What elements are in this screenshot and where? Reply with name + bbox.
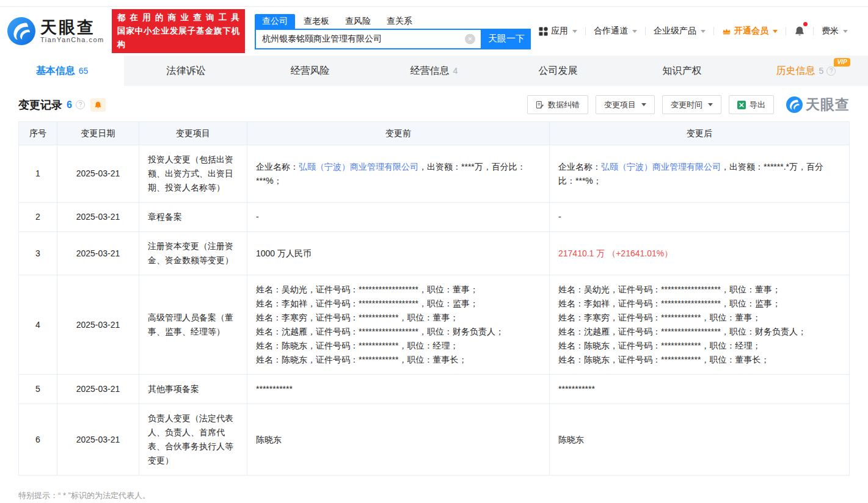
change-line: 姓名：李如祥，证件号码：******************，职位：监事；	[558, 297, 841, 311]
search-box: ✕	[255, 29, 482, 49]
button-label: 导出	[749, 100, 765, 110]
col-header-date: 变更日期	[57, 122, 139, 145]
text-segment: 姓名：陈晓东，证件号码：************，职位：经理；	[256, 341, 458, 350]
cell-before: ***********	[247, 375, 550, 404]
change-line: 姓名：吴幼光，证件号码：******************，职位：董事；	[558, 283, 841, 297]
tab-company-development[interactable]: 公司发展	[496, 56, 620, 86]
top-divider	[0, 0, 868, 7]
top-nav: 应用合作通道企业级产品开通会员费米	[531, 26, 856, 37]
chevron-down-icon	[708, 103, 713, 106]
company-link[interactable]: 弘颐（宁波）商业管理有限公司	[601, 162, 721, 172]
tab-intellectual-property[interactable]: 知识产权	[620, 56, 744, 86]
button-filter-change-item[interactable]: 变更项目	[596, 95, 655, 114]
nav-item-label: 应用	[551, 26, 568, 37]
tab-basic-info[interactable]: 基本信息65	[0, 56, 124, 86]
notification-bell-button[interactable]	[786, 26, 813, 37]
grid-icon	[539, 27, 548, 36]
text-segment: 姓名：李寒穷，证件号码：************，职位：董事；	[558, 313, 760, 322]
bell-icon	[794, 26, 805, 37]
cell-before: 1000 万人民币	[247, 232, 550, 275]
table-row: 12025-03-21投资人变更（包括出资额、出资方式、出资日期、投资人名称等）…	[19, 145, 850, 203]
nav-item-label: 开通会员	[734, 26, 768, 37]
nav-item-username[interactable]: 费米	[814, 26, 856, 37]
cell-after: 姓名：吴幼光，证件号码：******************，职位：董事；姓名：…	[550, 275, 850, 375]
nav-item-enterprise-products[interactable]: 企业级产品	[646, 26, 713, 37]
search-button[interactable]: 天眼一下	[482, 29, 531, 49]
nav-item-cooperation[interactable]: 合作通道	[586, 26, 645, 37]
search-tab-relation[interactable]: 查关系	[387, 14, 412, 29]
section-toolbar: 数据纠错变更项目变更时间导出天眼查	[527, 95, 850, 114]
tab-operating-risk[interactable]: 经营风险	[248, 56, 372, 86]
text-segment: 姓名：李寒穷，证件号码：************，职位：董事；	[256, 313, 458, 322]
change-line: 姓名：李如祥，证件号码：******************，职位：监事；	[256, 297, 541, 311]
button-export[interactable]: 导出	[729, 95, 774, 114]
slogan-line-2: 国家中小企业发展子基金旗下机构	[117, 24, 239, 51]
cell-after: 陈晓东	[550, 404, 850, 476]
text-segment: 姓名：沈越雁，证件号码：******************，职位：财务负责人；	[558, 327, 806, 336]
change-line: 217410.1 万 （+21641.01%）	[558, 247, 841, 261]
table-row: 22025-03-21章程备案--	[19, 203, 850, 232]
search-tab-risk[interactable]: 查风险	[345, 14, 371, 29]
text-segment: 陈晓东	[558, 435, 584, 444]
button-data-correction[interactable]: 数据纠错	[527, 95, 588, 114]
search-tab-company[interactable]: 查公司	[255, 14, 295, 29]
change-line: -	[558, 210, 841, 224]
cell-item: 注册资本变更（注册资金、资金数额等变更）	[139, 232, 247, 275]
vip-badge: VIP	[834, 58, 850, 67]
change-line: 企业名称：弘颐（宁波）商业管理有限公司，出资额：****万，百分比：***%；	[256, 160, 541, 188]
table-row: 52025-03-21其他事项备案**********************	[19, 375, 850, 404]
tab-legal[interactable]: 法律诉讼	[124, 56, 248, 86]
tab-label: 经营信息	[410, 65, 450, 78]
cell-no: 3	[19, 232, 57, 275]
chevron-down-icon	[773, 30, 778, 33]
text-segment: 陈晓东	[256, 435, 282, 444]
button-filter-change-time[interactable]: 变更时间	[662, 95, 721, 114]
tab-history-info[interactable]: 历史信息5?VIP	[744, 56, 868, 86]
tab-operating-info[interactable]: 经营信息4	[372, 56, 496, 86]
change-line: 陈晓东	[256, 433, 541, 447]
tianyancha-logo[interactable]: 天眼查 TianYanCha.com	[7, 17, 104, 45]
search-input[interactable]	[256, 30, 481, 48]
text-segment: -	[256, 212, 259, 222]
correction-icon	[536, 101, 544, 109]
search-tab-boss[interactable]: 查老板	[304, 14, 329, 29]
site-header: 天眼查 TianYanCha.com 都在用的商业查询工具 国家中小企业发展子基…	[0, 7, 868, 56]
change-line: 姓名：沈越雁，证件号码：******************，职位：财务负责人；	[256, 325, 541, 339]
subscribe-bell-button[interactable]	[90, 98, 106, 112]
tab-count: 65	[79, 66, 89, 76]
nav-item-apps[interactable]: 应用	[531, 26, 585, 37]
tab-count: 4	[453, 66, 458, 76]
nav-item-label: 合作通道	[594, 26, 628, 37]
logo-swirl-icon	[786, 96, 803, 113]
section-header: 变更记录 6 ? 数据纠错变更项目变更时间导出天眼查	[0, 86, 868, 121]
change-line: 姓名：陈晓东，证件号码：************，职位：董事长；	[256, 353, 541, 367]
tab-label: 知识产权	[663, 65, 702, 78]
cell-item: 其他事项备案	[139, 375, 247, 404]
slogan-banner: 都在用的商业查询工具 国家中小企业发展子基金旗下机构	[112, 9, 245, 53]
text-segment: 企业名称：	[256, 162, 299, 172]
help-icon[interactable]: ?	[76, 100, 85, 109]
col-header-before: 变更前	[247, 122, 550, 145]
text-segment: -	[558, 212, 561, 222]
change-line: 企业名称：弘颐（宁波）商业管理有限公司，出资额：******.*万，百分比：**…	[558, 160, 841, 188]
change-records-table: 序号变更日期变更项目变更前变更后 12025-03-21投资人变更（包括出资额、…	[18, 121, 850, 476]
section-title: 变更记录	[18, 98, 62, 112]
nav-item-membership[interactable]: 开通会员	[714, 26, 786, 37]
change-line: 1000 万人民币	[256, 247, 541, 261]
change-line: ***********	[558, 382, 841, 396]
help-icon[interactable]: ?	[826, 67, 836, 76]
col-header-item: 变更项目	[139, 122, 247, 145]
cell-before: 企业名称：弘颐（宁波）商业管理有限公司，出资额：****万，百分比：***%；	[247, 145, 550, 203]
cell-after: -	[550, 203, 850, 232]
text-segment: 企业名称：	[558, 162, 601, 172]
excel-icon	[737, 101, 746, 109]
chevron-down-icon	[632, 30, 637, 33]
clear-icon[interactable]: ✕	[465, 34, 475, 44]
text-segment: 姓名：沈越雁，证件号码：******************，职位：财务负责人；	[256, 327, 504, 336]
cell-no: 2	[19, 203, 57, 232]
chevron-down-icon	[572, 30, 577, 33]
change-line: 姓名：陈晓东，证件号码：************，职位：董事长；	[558, 353, 841, 367]
cell-before: 姓名：吴幼光，证件号码：******************，职位：董事；姓名：…	[247, 275, 550, 375]
company-link[interactable]: 弘颐（宁波）商业管理有限公司	[299, 162, 418, 172]
cell-no: 6	[19, 404, 57, 476]
